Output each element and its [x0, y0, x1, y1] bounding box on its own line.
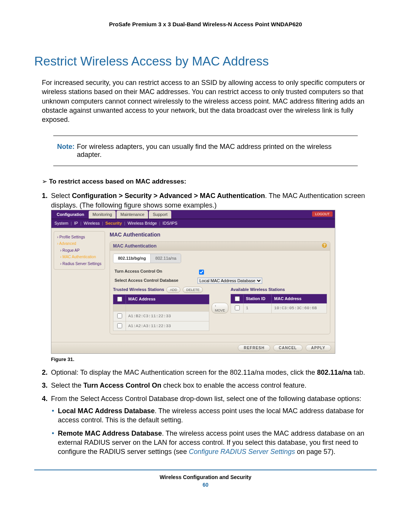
row-checkbox[interactable]	[117, 323, 122, 328]
subtab-system[interactable]: System	[54, 220, 68, 226]
radio-tab-bgng[interactable]: 802.11b/bg/ng	[113, 254, 151, 263]
col-mac-address: MAC Address	[126, 294, 209, 304]
step-1: Select Configuration > Security > Advanc…	[49, 191, 377, 363]
label-select-database: Select Access Control Database	[115, 278, 198, 284]
move-button[interactable]: ‹ MOVE	[212, 303, 229, 313]
table-row: A1:B2:C3:11:22:33	[113, 311, 209, 321]
cancel-button[interactable]: CANCEL	[273, 345, 303, 351]
available-table: Station ID MAC Address 1 10:C3:05:3C:60:…	[231, 294, 327, 314]
bullet-remote-db: Remote MAC Address Database. The wireles…	[58, 429, 377, 457]
subtab-wireless[interactable]: Wireless	[84, 220, 100, 226]
bullet-local-db: Local MAC Address Database. The wireless…	[58, 406, 377, 425]
apply-button[interactable]: APPLY	[306, 345, 331, 351]
radio-tab-ana[interactable]: 802.11a/na	[151, 254, 181, 263]
tab-maintenance[interactable]: Maintenance	[116, 211, 148, 219]
sub-tabs: System| IP| Wireless| Security| Wireless…	[51, 219, 335, 228]
figure-caption: Figure 31.	[51, 356, 377, 363]
trusted-select-all[interactable]	[117, 297, 122, 302]
step-3: Select the Turn Access Control On check …	[49, 381, 377, 390]
table-row: 1 10:C3:05:3C:60:6B	[231, 304, 327, 313]
sidebar-item-profile-settings[interactable]: › Profile Settings	[56, 234, 103, 241]
sidebar-item-advanced[interactable]: › Advanced	[56, 240, 103, 247]
screenshot-footer: REFRESH CANCEL APPLY	[51, 342, 335, 353]
database-select[interactable]: Local MAC Address Database	[198, 278, 262, 284]
delete-button[interactable]: DELETE	[183, 287, 203, 293]
label-turn-access-on: Turn Access Control On	[115, 268, 198, 276]
task-title: To restrict access based on MAC addresse…	[42, 177, 377, 185]
mac-auth-panel: MAC Authentication ? 802.11b/bg/ng 802.1…	[110, 241, 330, 335]
tab-support[interactable]: Support	[149, 211, 171, 219]
sidebar: › Profile Settings › Advanced › Rogue AP…	[51, 228, 107, 342]
turn-access-control-checkbox[interactable]	[199, 270, 204, 275]
document-header: ProSafe Premium 3 x 3 Dual-Band Wireless…	[34, 21, 377, 27]
subtab-ids-ips[interactable]: IDS/IPS	[162, 220, 177, 226]
avail-select-all[interactable]	[235, 296, 240, 301]
subtab-wireless-bridge[interactable]: Wireless Bridge	[127, 220, 157, 226]
row-checkbox[interactable]	[117, 313, 122, 318]
sidebar-item-radius[interactable]: › Radius Server Settings	[56, 260, 103, 267]
row-checkbox[interactable]	[235, 305, 240, 310]
tab-monitoring[interactable]: Monitoring	[89, 211, 116, 219]
add-button[interactable]: ADD	[166, 287, 180, 293]
intro-paragraph: For increased security, you can restrict…	[42, 78, 377, 124]
screenshot-figure: Configuration Monitoring Maintenance Sup…	[51, 210, 335, 353]
footer-page-number: 60	[34, 482, 377, 488]
tab-configuration[interactable]: Configuration	[53, 211, 88, 219]
footer-chapter: Wireless Configuration and Security	[34, 474, 377, 480]
step-2: Optional: To display the MAC Authenticat…	[49, 368, 377, 377]
footer-rule	[34, 470, 377, 470]
refresh-button[interactable]: REFRESH	[238, 345, 270, 351]
radio-mode-tabs: 802.11b/bg/ng 802.11a/na	[113, 254, 181, 263]
sidebar-item-rogue-ap[interactable]: › Rogue AP	[56, 247, 103, 254]
col-mac-address-2: MAC Address	[272, 294, 327, 304]
step-4: From the Select Access Control Database …	[49, 394, 377, 457]
col-station-id: Station ID	[244, 294, 272, 304]
trusted-table: MAC Address A1:B2:C3:11:22:33 A1:A2:A3:1…	[113, 294, 209, 331]
table-row: A1:A2:A3:11:22:33	[113, 321, 209, 331]
top-tabs: Configuration Monitoring Maintenance Sup…	[51, 210, 335, 219]
note-text: For wireless adapters, you can usually f…	[77, 143, 354, 159]
subtab-security[interactable]: Security	[105, 220, 122, 226]
available-title: Available Wireless Stations	[231, 287, 285, 292]
sidebar-item-mac-auth[interactable]: › MAC Authentication	[56, 254, 103, 260]
note-block: Note: For wireless adapters, you can usu…	[53, 136, 358, 166]
section-heading: Restrict Wireless Access by MAC Address	[34, 54, 377, 69]
trusted-title: Trusted Wireless Stations	[113, 287, 164, 292]
subtab-ip[interactable]: IP	[74, 220, 78, 226]
help-icon[interactable]: ?	[322, 243, 327, 248]
link-configure-radius[interactable]: Configure RADIUS Server Settings	[189, 448, 295, 455]
note-label: Note:	[57, 143, 77, 159]
panel-head-label: MAC Authentication	[113, 243, 156, 249]
panel-title: MAC Authentication	[110, 231, 330, 238]
logout-button[interactable]: LOGOUT	[312, 211, 333, 217]
